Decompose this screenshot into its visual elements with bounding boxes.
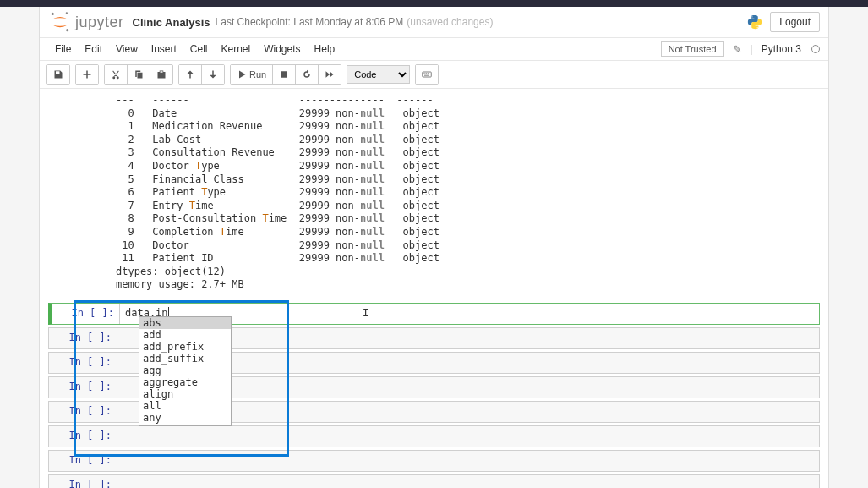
save-icon bbox=[53, 69, 63, 80]
copy-button[interactable] bbox=[128, 65, 150, 84]
cut-icon bbox=[111, 69, 121, 80]
keyboard-icon bbox=[422, 69, 432, 80]
input-prompt: In [ ]: bbox=[49, 475, 117, 488]
menubar: FileEditViewInsertCellKernelWidgetsHelp … bbox=[40, 38, 828, 61]
jupyter-logo[interactable]: jupyter bbox=[48, 10, 124, 34]
menu-cell[interactable]: Cell bbox=[183, 41, 215, 58]
svg-rect-8 bbox=[426, 74, 428, 74]
input-prompt: In [ ]: bbox=[52, 304, 119, 324]
input-prompt: In [ ]: bbox=[49, 451, 117, 471]
autocomplete-popup[interactable]: absaddadd_prefixadd_suffixaggaggregateal… bbox=[139, 316, 232, 426]
input-prompt: In [ ]: bbox=[49, 353, 117, 373]
code-cell-empty[interactable]: In [ ]: bbox=[48, 425, 820, 447]
toolbar: Run Code bbox=[40, 61, 828, 89]
output-area: --- ------ -------------- ------ 0 Date … bbox=[48, 94, 820, 300]
cell-type-select[interactable]: Code bbox=[347, 65, 410, 84]
logout-button[interactable]: Logout bbox=[770, 12, 820, 32]
secondary-cursor-icon: I bbox=[363, 307, 368, 319]
code-cell-empty[interactable]: In [ ]: bbox=[48, 450, 820, 472]
svg-point-4 bbox=[757, 27, 758, 28]
svg-rect-10 bbox=[424, 75, 429, 76]
move-up-button[interactable] bbox=[179, 65, 202, 84]
stop-button[interactable] bbox=[273, 65, 296, 84]
python-kernel-icon bbox=[746, 14, 763, 30]
notebook-title[interactable]: Clinic Analysis bbox=[133, 16, 210, 29]
menu-insert[interactable]: Insert bbox=[145, 41, 183, 58]
arrow-up-icon bbox=[185, 69, 195, 80]
input-prompt: In [ ]: bbox=[49, 328, 117, 348]
code-cell-active[interactable]: In [ ]: data.in I absaddadd_prefixadd_su… bbox=[48, 303, 820, 325]
code-input[interactable]: data.in I absaddadd_prefixadd_suffixagga… bbox=[119, 304, 819, 324]
autocomplete-item[interactable]: all bbox=[139, 400, 231, 412]
menu-view[interactable]: View bbox=[109, 41, 145, 58]
autocomplete-item[interactable]: any bbox=[139, 412, 231, 424]
run-all-button[interactable] bbox=[319, 65, 341, 84]
edit-icon[interactable]: ✎ bbox=[729, 43, 745, 56]
menu-file[interactable]: File bbox=[48, 41, 78, 58]
code-input[interactable] bbox=[117, 451, 819, 471]
svg-point-0 bbox=[52, 13, 54, 15]
paste-icon bbox=[156, 69, 167, 80]
move-down-button[interactable] bbox=[202, 65, 224, 84]
code-input[interactable] bbox=[117, 426, 819, 447]
svg-point-1 bbox=[66, 29, 68, 31]
autocomplete-item[interactable]: aggregate bbox=[139, 376, 231, 388]
arrow-down-icon bbox=[208, 69, 218, 80]
run-label: Run bbox=[249, 69, 266, 80]
autocomplete-item[interactable]: align bbox=[139, 388, 231, 400]
jupyter-logo-icon bbox=[48, 10, 72, 34]
autocomplete-item[interactable]: agg bbox=[139, 365, 231, 376]
fast-forward-icon bbox=[325, 69, 335, 80]
menu-help[interactable]: Help bbox=[308, 41, 342, 58]
save-button[interactable] bbox=[47, 65, 69, 84]
add-cell-button[interactable] bbox=[76, 65, 98, 84]
code-cell-empty[interactable]: In [ ]: bbox=[48, 474, 820, 488]
input-prompt: In [ ]: bbox=[49, 402, 117, 422]
kernel-name[interactable]: Python 3 bbox=[758, 43, 805, 55]
autocomplete-item[interactable]: add_suffix bbox=[139, 353, 231, 365]
browser-chrome-bar bbox=[0, 0, 868, 7]
unsaved-indicator: (unsaved changes) bbox=[407, 16, 493, 28]
not-trusted-button[interactable]: Not Trusted bbox=[661, 41, 724, 57]
paste-button[interactable] bbox=[150, 65, 172, 84]
svg-rect-9 bbox=[428, 74, 429, 74]
run-button[interactable]: Run bbox=[231, 65, 273, 84]
input-prompt: In [ ]: bbox=[49, 377, 117, 398]
menu-kernel[interactable]: Kernel bbox=[215, 41, 258, 58]
jupyter-logo-text: jupyter bbox=[75, 14, 124, 31]
notebook-area: --- ------ -------------- ------ 0 Date … bbox=[40, 89, 828, 488]
code-input[interactable] bbox=[117, 475, 819, 488]
svg-rect-6 bbox=[423, 72, 432, 77]
jupyter-page: jupyter Clinic Analysis Last Checkpoint:… bbox=[39, 7, 829, 488]
svg-point-2 bbox=[66, 12, 68, 14]
svg-rect-7 bbox=[423, 74, 425, 74]
autocomplete-item[interactable]: abs bbox=[139, 317, 231, 329]
command-palette-button[interactable] bbox=[416, 65, 438, 84]
restart-button[interactable] bbox=[296, 65, 319, 84]
stop-icon bbox=[279, 69, 289, 80]
play-icon bbox=[237, 69, 247, 80]
menu-widgets[interactable]: Widgets bbox=[257, 41, 307, 58]
autocomplete-item[interactable]: add_prefix bbox=[139, 341, 231, 353]
kernel-indicator-icon bbox=[811, 45, 820, 53]
copy-icon bbox=[134, 69, 144, 80]
svg-rect-5 bbox=[281, 71, 287, 78]
input-prompt: In [ ]: bbox=[49, 426, 117, 447]
restart-icon bbox=[302, 69, 312, 80]
checkpoint-text: Last Checkpoint: Last Monday at 8:06 PM bbox=[216, 16, 404, 28]
autocomplete-item[interactable]: append bbox=[139, 424, 231, 426]
cut-button[interactable] bbox=[105, 65, 128, 84]
plus-icon bbox=[82, 69, 92, 80]
menu-edit[interactable]: Edit bbox=[78, 41, 109, 58]
autocomplete-item[interactable]: add bbox=[139, 329, 231, 341]
svg-point-3 bbox=[752, 16, 753, 17]
notebook-header: jupyter Clinic Analysis Last Checkpoint:… bbox=[40, 7, 828, 38]
